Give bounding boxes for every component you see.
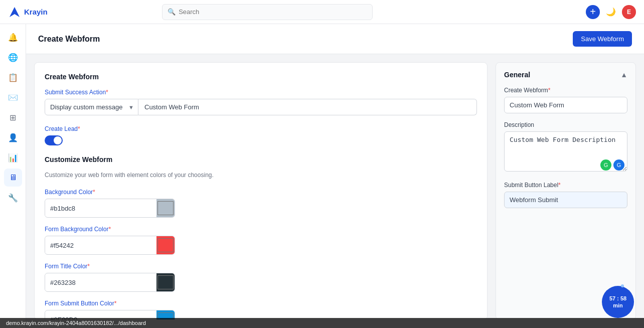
right-create-webform-group: Create Webform*	[504, 87, 627, 113]
nav-actions: + 🌙 E	[586, 5, 636, 19]
right-create-webform-label: Create Webform*	[504, 87, 627, 94]
right-description-label: Description	[504, 121, 627, 128]
textarea-icon-buttons: G G	[600, 159, 624, 171]
sidebar-item-settings[interactable]: 🔧	[4, 189, 22, 207]
sidebar-item-monitor[interactable]: 🖥	[4, 169, 22, 187]
page-header: Create Webform Save Webform	[26, 24, 644, 54]
form-bg-color-text-input[interactable]	[45, 238, 156, 253]
submit-action-row: Display custom message Redirect to URL ▼	[45, 99, 477, 115]
sidebar-item-file[interactable]: 📋	[4, 68, 22, 86]
theme-toggle-button[interactable]: 🌙	[606, 7, 616, 17]
custom-web-form-input[interactable]	[138, 99, 477, 115]
sidebar-item-globe[interactable]: 🌐	[4, 48, 22, 66]
form-submit-btn-color-label: Form Submit Button Color*	[45, 300, 477, 307]
logo-text: Krayin	[24, 8, 48, 16]
form-submit-btn-color-group: Form Submit Button Color*	[45, 300, 477, 320]
submit-action-select[interactable]: Display custom message Redirect to URL	[50, 103, 133, 111]
grammar-check-icon[interactable]: G	[600, 159, 611, 171]
form-title-color-group: Form Title Color*	[45, 263, 477, 292]
bg-color-label: Background Color*	[45, 189, 477, 196]
form-title-color-swatch[interactable]	[156, 273, 175, 291]
create-lead-toggle[interactable]	[45, 135, 63, 145]
sidebar: 🔔 🌐 📋 ✉️ ⊞ 👤 📊 🖥 🔧	[0, 24, 26, 328]
sidebar-item-person[interactable]: 👤	[4, 128, 22, 146]
form-title-color-label: Form Title Color*	[45, 263, 477, 270]
right-description-group: Description Custom Web Form Description …	[504, 121, 627, 174]
logo-icon	[8, 6, 21, 19]
sidebar-item-notifications[interactable]: 🔔	[4, 28, 22, 46]
customize-desc: Customize your web form with element col…	[45, 172, 477, 179]
logo: Krayin	[8, 6, 48, 19]
status-bar: demo.krayin.com/krayin-2404a8001630182/.…	[0, 318, 644, 328]
right-create-webform-input[interactable]	[504, 97, 627, 113]
content-area: Create Webform Submit Success Action* Di…	[26, 54, 644, 328]
submit-success-action-group: Submit Success Action* Display custom me…	[45, 89, 477, 115]
status-bar-url: demo.krayin.com/krayin-2404a8001630182/.…	[6, 320, 146, 326]
create-lead-group: Create Lead*	[45, 125, 477, 145]
save-webform-button[interactable]: Save Webform	[573, 31, 632, 47]
right-submit-label-group: Submit Button Label*	[504, 182, 627, 208]
page-title: Create Webform	[38, 35, 100, 44]
collapse-button[interactable]: ▲	[620, 71, 627, 79]
customize-title: Customize Webform	[45, 155, 477, 163]
submit-success-action-label: Submit Success Action*	[45, 89, 477, 96]
left-panel: Create Webform Submit Success Action* Di…	[34, 62, 488, 320]
timer-unit: min	[613, 302, 623, 309]
bg-color-text-input[interactable]	[45, 201, 156, 216]
bg-color-group: Background Color*	[45, 189, 477, 218]
search-input[interactable]	[179, 8, 367, 16]
avatar: E	[622, 5, 636, 19]
form-title-color-text-input[interactable]	[45, 275, 156, 290]
general-panel-title: General	[504, 71, 530, 79]
search-icon: 🔍	[168, 8, 176, 16]
form-title-color-input-row	[45, 273, 175, 292]
create-lead-label: Create Lead*	[45, 125, 477, 132]
ai-assist-icon[interactable]: G	[613, 159, 624, 171]
left-section-title: Create Webform	[45, 73, 477, 81]
timer-notch	[621, 284, 624, 287]
bg-color-input-row	[45, 199, 175, 218]
form-bg-color-input-row	[45, 236, 175, 255]
description-textarea-wrapper: Custom Web Form Description G G	[504, 131, 627, 174]
sidebar-item-grid[interactable]: ⊞	[4, 108, 22, 126]
form-bg-color-label: Form Background Color*	[45, 226, 477, 233]
form-bg-color-group: Form Background Color*	[45, 226, 477, 255]
sidebar-item-chart[interactable]: 📊	[4, 148, 22, 167]
sidebar-item-email[interactable]: ✉️	[4, 88, 22, 106]
form-bg-color-swatch[interactable]	[156, 236, 175, 254]
timer-value: 57 : 58	[609, 295, 626, 302]
timer: 57 : 58 min	[602, 286, 634, 318]
customize-section: Customize Webform Customize your web for…	[45, 155, 477, 179]
main-content: Create Webform Save Webform Create Webfo…	[26, 24, 644, 328]
add-button[interactable]: +	[586, 5, 600, 19]
right-panel: General ▲ Create Webform* Description Cu…	[496, 62, 636, 320]
bg-color-swatch[interactable]	[156, 199, 175, 217]
search-bar: 🔍	[162, 4, 373, 20]
svg-marker-0	[10, 7, 20, 17]
submit-button-label-input[interactable]	[504, 192, 627, 208]
right-panel-header: General ▲	[504, 71, 627, 79]
submit-action-select-wrapper: Display custom message Redirect to URL ▼	[45, 99, 138, 115]
right-submit-label-label: Submit Button Label*	[504, 182, 627, 189]
top-navigation: Krayin 🔍 + 🌙 E	[0, 0, 644, 24]
